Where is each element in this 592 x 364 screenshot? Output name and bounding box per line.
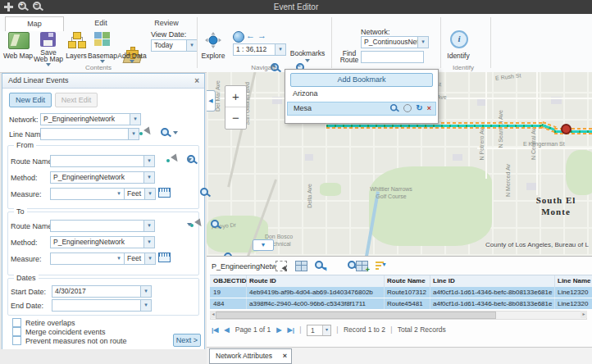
bookmarks-button[interactable]: Bookmarks	[289, 50, 326, 57]
show-table-icon[interactable]	[295, 261, 307, 272]
zoom-to-measure-icon[interactable]	[200, 188, 210, 198]
pan-icon[interactable]	[3, 2, 14, 12]
network-select[interactable]: P_ContinuousNetwork ▾	[361, 36, 429, 48]
from-measure-combo[interactable]: ▾	[50, 188, 125, 200]
from-unit-select[interactable]: Feet ▾	[124, 188, 156, 200]
bookmark-item-arizona[interactable]: Arizona	[287, 88, 436, 100]
zoom-to-bookmark-icon[interactable]	[390, 104, 398, 112]
prev-page-icon[interactable]: ◀	[224, 326, 229, 334]
column-header[interactable]: Line Name	[554, 275, 592, 287]
chevron-down-icon[interactable]: ▾	[275, 44, 285, 55]
tab-edit[interactable]: Edit	[72, 16, 130, 30]
add-bookmark-button[interactable]: Add Bookmark	[290, 73, 433, 87]
zoom-to-selected-icon[interactable]	[315, 261, 325, 269]
zoom-to-route-icon[interactable]	[211, 220, 221, 230]
basemap-icon[interactable]	[94, 32, 110, 46]
sort-icon[interactable]	[376, 261, 388, 272]
select-records-icon[interactable]	[276, 261, 288, 272]
layers-icon[interactable]	[67, 32, 85, 48]
page-select[interactable]: 1 ▾	[307, 325, 331, 336]
add-to-table-icon[interactable]	[356, 261, 368, 272]
delete-bookmark-icon[interactable]: ×	[427, 103, 431, 113]
chevron-down-icon[interactable]: ▾	[130, 114, 140, 125]
end-date-select[interactable]: ▾	[52, 299, 152, 312]
zoom-in-icon[interactable]: +	[18, 2, 29, 12]
chevron-down-icon[interactable]: ▾	[144, 189, 155, 199]
save-web-map-button[interactable]: Save Web Map	[33, 49, 64, 62]
zoom-options-caret-icon[interactable]	[173, 131, 178, 137]
panel-network-select[interactable]: P_EngineeringNetwork ▾	[40, 113, 141, 125]
chevron-down-icon[interactable]: ▾	[417, 37, 428, 48]
chevron-down-icon[interactable]: ▾	[140, 286, 151, 297]
merge-coincident-checkbox[interactable]	[12, 327, 21, 336]
map-zoom-out-button[interactable]: −	[225, 107, 246, 128]
update-bookmark-icon[interactable]: ↻	[416, 103, 422, 113]
scrollbar-thumb[interactable]	[216, 312, 496, 319]
chevron-down-icon[interactable]: ▾	[140, 300, 151, 311]
to-measure-combo[interactable]: ▾	[50, 253, 125, 265]
chevron-down-icon[interactable]: ▾	[128, 129, 139, 139]
tab-map[interactable]: Map	[5, 16, 64, 31]
chevron-down-icon[interactable]: ▾	[143, 237, 154, 248]
line-name-select[interactable]: ▾	[40, 128, 139, 140]
chevron-down-icon[interactable]: ▾	[114, 253, 124, 264]
measure-ruler-icon[interactable]	[158, 188, 171, 198]
map-zoom-in-button[interactable]: +	[225, 86, 246, 107]
from-route-name-select[interactable]: ▾	[50, 155, 155, 167]
next-edit-button[interactable]: Next Edit	[55, 93, 98, 107]
chevron-down-icon[interactable]: ▾	[143, 156, 154, 166]
next-step-button[interactable]: Next >	[173, 334, 201, 347]
collapse-table-button[interactable]: ▼	[253, 239, 274, 251]
start-date-select[interactable]: 4/30/2017 ▾	[52, 285, 152, 298]
table-row[interactable]: 484 a398ff4c-2940-4c00-96b6-c5343f8f1711…	[210, 298, 592, 310]
new-edit-button[interactable]: New Edit	[9, 93, 52, 107]
identify-button[interactable]: Identify	[443, 52, 474, 59]
to-method-select[interactable]: P_EngineeringNetwork ▾	[50, 236, 155, 248]
globe-icon[interactable]	[233, 31, 244, 43]
chevron-down-icon[interactable]: ▾	[144, 253, 155, 264]
previous-extent-icon[interactable]: ←	[246, 30, 255, 40]
tab-review[interactable]: Review	[138, 16, 195, 30]
scale-select[interactable]: 1 : 36,112 ▾	[233, 43, 286, 56]
basemap-button[interactable]: Basemap	[86, 52, 119, 59]
explore-button[interactable]: Explore	[198, 52, 228, 59]
view-date-select[interactable]: Today ▾	[151, 39, 198, 52]
collapse-panel-button[interactable]: ◀	[207, 90, 216, 111]
measure-ruler-icon[interactable]	[158, 253, 171, 262]
table-row[interactable]: 19 4eb9419b-af9b-4d04-ab69-1d403476802b …	[210, 287, 592, 298]
explore-compass-icon[interactable]	[205, 32, 221, 50]
bookmark-item-mesa[interactable]: Mesa ↻ ×	[287, 102, 436, 116]
next-page-icon[interactable]: ▶	[276, 326, 281, 334]
chevron-down-icon[interactable]: ▾	[114, 189, 124, 199]
route-point-marker[interactable]	[561, 124, 572, 134]
horizontal-scrollbar[interactable]: ◂ ▸	[210, 311, 587, 320]
close-icon[interactable]: ×	[283, 349, 287, 363]
save-webmap-icon[interactable]	[40, 32, 56, 47]
column-header[interactable]: Route Name	[384, 275, 430, 287]
from-method-select[interactable]: P_EngineeringNetwork ▾	[50, 171, 155, 184]
column-header[interactable]: Line ID	[430, 275, 555, 287]
first-page-icon[interactable]: |◀	[212, 326, 218, 334]
to-route-name-select[interactable]: ▾	[50, 220, 155, 232]
scroll-right-icon[interactable]: ▸	[581, 311, 587, 318]
next-extent-icon[interactable]: →	[257, 30, 266, 40]
last-page-icon[interactable]: ▶|	[288, 326, 294, 334]
chevron-down-icon[interactable]: ▾	[143, 221, 154, 231]
column-header[interactable]: Route ID	[246, 275, 385, 287]
web-map-button[interactable]: Web Map	[0, 52, 36, 59]
chevron-down-icon[interactable]: ▾	[322, 325, 330, 335]
selected-route-line[interactable]	[554, 128, 592, 134]
zoom-out-icon[interactable]: −	[33, 2, 43, 12]
zoom-options-caret-icon[interactable]	[187, 223, 192, 229]
tab-network-attributes[interactable]: Network Attributes ×	[209, 348, 292, 364]
chevron-down-icon[interactable]: ▾	[143, 172, 154, 183]
zoom-to-line-icon[interactable]	[161, 128, 171, 138]
identify-icon[interactable]	[450, 30, 468, 48]
chevron-down-icon[interactable]: ▾	[186, 40, 197, 51]
webmap-icon[interactable]	[8, 32, 30, 49]
prevent-measures-checkbox[interactable]	[12, 336, 21, 345]
pan-to-bookmark-icon[interactable]	[403, 104, 412, 112]
column-header[interactable]: OBJECTID	[210, 275, 247, 287]
to-unit-select[interactable]: Feet ▾	[124, 253, 156, 265]
zoom-options-caret-icon[interactable]	[187, 158, 192, 164]
